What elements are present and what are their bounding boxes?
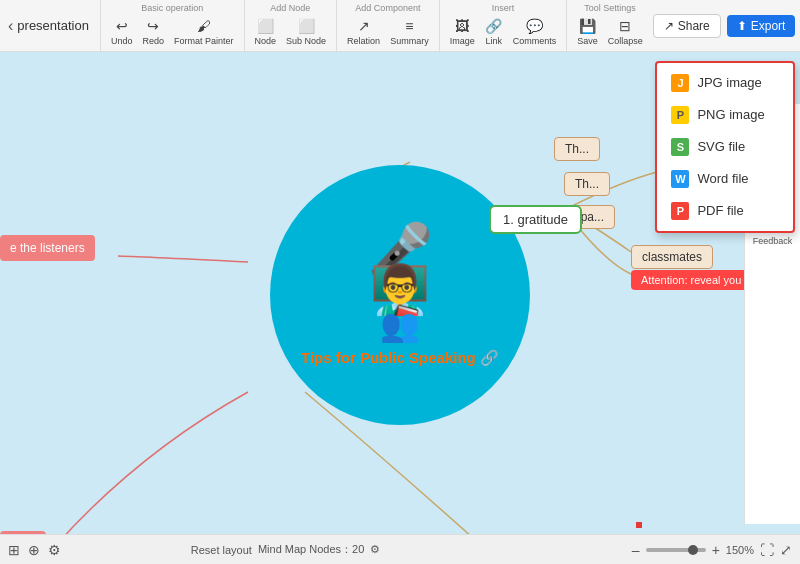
collapse-button[interactable]: ⊟ Collapse bbox=[604, 15, 647, 48]
attention-label: Attention: reveal you fu bbox=[641, 274, 754, 286]
share-icon: ↗ bbox=[664, 19, 674, 33]
settings-gear-icon[interactable]: ⚙ bbox=[370, 543, 380, 556]
export-button[interactable]: ⬆ Export bbox=[727, 15, 796, 37]
node-icon: ⬜ bbox=[256, 17, 274, 35]
jpg-icon: J bbox=[671, 74, 689, 92]
add-icon[interactable]: ⊕ bbox=[28, 542, 40, 558]
section-label-addnode: Add Node bbox=[270, 3, 310, 13]
basic-buttons: ↩ Undo ↪ Redo 🖌 Format Painter bbox=[107, 15, 238, 48]
partial-node-top1[interactable]: Th... bbox=[554, 137, 600, 161]
sub-node-button[interactable]: ⬜ Sub Node bbox=[282, 15, 330, 48]
jpg-label: JPG image bbox=[697, 75, 761, 90]
export-pdf[interactable]: P PDF file bbox=[657, 195, 793, 227]
relation-label: Relation bbox=[347, 36, 380, 46]
relation-button[interactable]: ↗ Relation bbox=[343, 15, 384, 48]
toolbar-basic-operation: Basic operation ↩ Undo ↪ Redo 🖌 Format P… bbox=[100, 0, 244, 51]
section-label-component: Add Component bbox=[355, 3, 420, 13]
comments-button[interactable]: 💬 Comments bbox=[509, 15, 561, 48]
feedback-label: Feedback bbox=[753, 236, 793, 246]
toolbar-add-component: Add Component ↗ Relation ≡ Summary bbox=[336, 0, 439, 51]
save-button[interactable]: 💾 Save bbox=[573, 15, 602, 48]
image-label: Image bbox=[450, 36, 475, 46]
collapse-icon: ⊟ bbox=[616, 17, 634, 35]
partial-label2: Th... bbox=[575, 177, 599, 191]
svg-icon: S bbox=[671, 138, 689, 156]
node-label: Node bbox=[255, 36, 277, 46]
classmates-node[interactable]: classmates bbox=[631, 245, 713, 269]
section-label-insert: Insert bbox=[492, 3, 515, 13]
node-button[interactable]: ⬜ Node bbox=[251, 15, 281, 48]
reset-layout-button[interactable]: Reset layout bbox=[191, 544, 252, 556]
settings-icon[interactable]: ⚙ bbox=[48, 542, 61, 558]
redo-label: Redo bbox=[143, 36, 165, 46]
save-icon: 💾 bbox=[578, 17, 596, 35]
export-container: ⬆ Export J JPG image P PNG image S SVG f… bbox=[727, 15, 796, 37]
greet-listeners-node[interactable]: e the listeners bbox=[0, 235, 95, 261]
image-icon: 🖼 bbox=[453, 17, 471, 35]
nodes-count: Mind Map Nodes：20 bbox=[258, 542, 364, 557]
summary-icon: ≡ bbox=[400, 17, 418, 35]
partial-label3: pa... bbox=[581, 210, 604, 224]
pdf-icon: P bbox=[671, 202, 689, 220]
zoom-plus-button[interactable]: + bbox=[712, 542, 720, 558]
fullscreen-icon[interactable]: ⤢ bbox=[780, 542, 792, 558]
export-icon: ⬆ bbox=[737, 19, 747, 33]
section-label-basic: Basic operation bbox=[141, 3, 203, 13]
tool-buttons: 💾 Save ⊟ Collapse bbox=[573, 15, 647, 48]
word-icon: W bbox=[671, 170, 689, 188]
relation-icon: ↗ bbox=[355, 17, 373, 35]
png-label: PNG image bbox=[697, 107, 764, 122]
sub-node-label: Sub Node bbox=[286, 36, 326, 46]
back-arrow-icon: ‹ bbox=[8, 17, 13, 35]
redo-button[interactable]: ↪ Redo bbox=[139, 15, 169, 48]
image-button[interactable]: 🖼 Image bbox=[446, 15, 479, 48]
svg-label: SVG file bbox=[697, 139, 745, 154]
toolbar-right: ↗ Share ⬆ Export J JPG image P PNG image… bbox=[653, 14, 800, 38]
link-button[interactable]: 🔗 Link bbox=[481, 15, 507, 48]
format-painter-label: Format Painter bbox=[174, 36, 234, 46]
redo-icon: ↪ bbox=[144, 17, 162, 35]
comments-label: Comments bbox=[513, 36, 557, 46]
component-buttons: ↗ Relation ≡ Summary bbox=[343, 15, 433, 48]
share-button[interactable]: ↗ Share bbox=[653, 14, 721, 38]
partial-label1: Th... bbox=[565, 142, 589, 156]
fit-screen-icon[interactable]: ⛶ bbox=[760, 542, 774, 558]
export-svg[interactable]: S SVG file bbox=[657, 131, 793, 163]
pdf-label: PDF file bbox=[697, 203, 743, 218]
link-label: Link bbox=[485, 36, 502, 46]
export-dropdown: J JPG image P PNG image S SVG file W Wor… bbox=[655, 61, 795, 233]
red-dot-marker bbox=[636, 522, 642, 528]
back-navigation[interactable]: ‹ presentation bbox=[0, 17, 100, 35]
bottom-bar-center: Reset layout Mind Map Nodes：20 ⚙ bbox=[191, 542, 381, 557]
toolbar-insert: Insert 🖼 Image 🔗 Link 💬 Comments bbox=[439, 0, 567, 51]
toolbar-add-node: Add Node ⬜ Node ⬜ Sub Node bbox=[244, 0, 337, 51]
gratitude-label: 1. gratitude bbox=[503, 212, 568, 227]
zoom-slider[interactable] bbox=[646, 548, 706, 552]
gratitude-node[interactable]: 1. gratitude bbox=[489, 205, 582, 234]
summary-button[interactable]: ≡ Summary bbox=[386, 15, 433, 48]
export-label: Export bbox=[751, 19, 786, 33]
save-label: Save bbox=[577, 36, 598, 46]
app-title: presentation bbox=[17, 18, 89, 33]
zoom-minus-button[interactable]: – bbox=[632, 542, 640, 558]
bottom-bar-right: – + 150% ⛶ ⤢ bbox=[632, 542, 792, 558]
word-label: Word file bbox=[697, 171, 748, 186]
export-png[interactable]: P PNG image bbox=[657, 99, 793, 131]
insert-buttons: 🖼 Image 🔗 Link 💬 Comments bbox=[446, 15, 561, 48]
undo-button[interactable]: ↩ Undo bbox=[107, 15, 137, 48]
undo-label: Undo bbox=[111, 36, 133, 46]
zoom-thumb bbox=[688, 545, 698, 555]
classmates-label: classmates bbox=[642, 250, 702, 264]
format-painter-button[interactable]: 🖌 Format Painter bbox=[170, 15, 238, 48]
addnode-buttons: ⬜ Node ⬜ Sub Node bbox=[251, 15, 331, 48]
sub-node-icon: ⬜ bbox=[297, 17, 315, 35]
greet-listeners-label: e the listeners bbox=[10, 241, 85, 255]
export-word[interactable]: W Word file bbox=[657, 163, 793, 195]
undo-icon: ↩ bbox=[113, 17, 131, 35]
zoom-percent: 150% bbox=[726, 544, 754, 556]
partial-node-top2[interactable]: Th... bbox=[564, 172, 610, 196]
center-node[interactable]: 🎤 👨‍🏫 👥 Tips for Public Speaking 🔗 bbox=[270, 165, 530, 425]
toolbar: ‹ presentation Basic operation ↩ Undo ↪ … bbox=[0, 0, 800, 52]
export-jpg[interactable]: J JPG image bbox=[657, 67, 793, 99]
collapse-label: Collapse bbox=[608, 36, 643, 46]
